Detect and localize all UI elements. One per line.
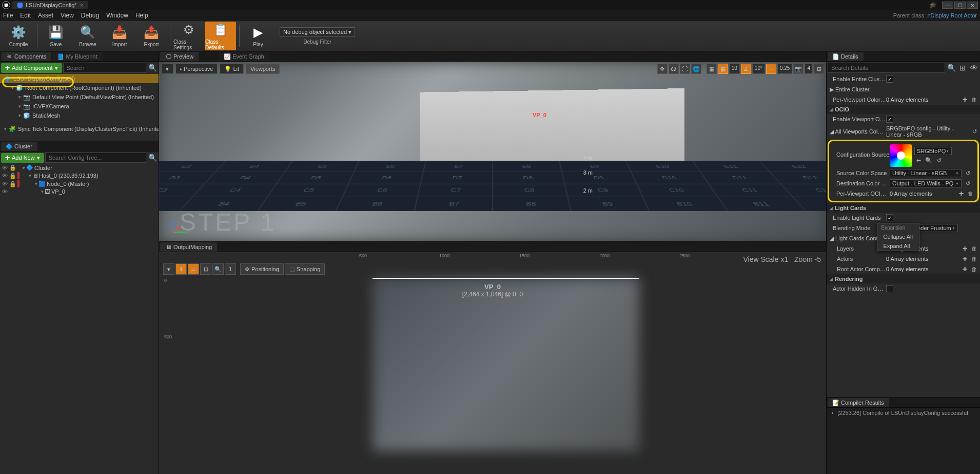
checkbox-enable-lc[interactable] bbox=[886, 214, 893, 221]
tab-close-icon[interactable]: × bbox=[80, 2, 83, 8]
surface-snap-icon[interactable]: ▦ bbox=[707, 64, 717, 74]
visibility-icon[interactable]: 👁 bbox=[1, 181, 8, 187]
import-button[interactable]: 📥 Import bbox=[104, 22, 135, 50]
browse-asset-icon[interactable]: 🔍 bbox=[925, 156, 933, 164]
visibility-icon[interactable]: 👁 bbox=[1, 173, 8, 179]
ocio-thumbnail[interactable] bbox=[890, 144, 912, 167]
tab-my-blueprint[interactable]: 📘 My Blueprint bbox=[52, 52, 102, 61]
tab-components[interactable]: ⚞ Components bbox=[1, 52, 51, 61]
transform-scale-icon[interactable]: ⛶ bbox=[680, 64, 690, 74]
graduation-icon[interactable]: 🎓 bbox=[929, 2, 937, 9]
lock-icon[interactable]: 🔒 bbox=[9, 173, 16, 179]
checkbox-enable-entire-cluster[interactable] bbox=[886, 75, 893, 83]
component-tree-item[interactable]: 🔷LSUnDisplayConfig(self) bbox=[0, 74, 159, 83]
visibility-icon[interactable]: 👁 bbox=[1, 188, 8, 195]
preview-viewport[interactable]: ▾ Perspective 💡Lit Viewports ✥ 🗘 ⛶ 🌐 ▦ ▦… bbox=[159, 62, 826, 241]
grid-snap-icon[interactable]: ▦ bbox=[718, 64, 728, 74]
details-matrix-icon[interactable]: ⊞ bbox=[957, 63, 968, 73]
lock-icon[interactable]: 🔒 bbox=[9, 164, 16, 171]
angle-snap-icon[interactable]: ∠ bbox=[741, 64, 751, 74]
cluster-tree-item[interactable]: 👁🔒▾🖥Host_0 (230.39.92.193) bbox=[0, 172, 159, 180]
cluster-search-input[interactable] bbox=[45, 153, 146, 163]
cluster-search-button[interactable]: 🔍 bbox=[147, 153, 158, 163]
output-mapping-canvas[interactable]: 500 1000 1500 2000 2500 ▾ ℹ ▱ ⊡ 🔍 1 ✥ Po… bbox=[159, 252, 826, 474]
reset-icon[interactable]: ↺ bbox=[971, 127, 978, 136]
parent-class-link[interactable]: nDisplay Root Actor bbox=[927, 12, 977, 18]
details-eye-icon[interactable]: 👁 bbox=[969, 63, 979, 73]
window-close[interactable]: ✕ bbox=[967, 2, 978, 9]
lit-button[interactable]: 💡Lit bbox=[220, 64, 244, 74]
menu-asset[interactable]: Asset bbox=[38, 12, 53, 19]
save-button[interactable]: 💾 Save bbox=[41, 22, 71, 50]
clear-array-icon[interactable]: 🗑 bbox=[970, 244, 978, 253]
viewports-button[interactable]: Viewports bbox=[246, 64, 280, 74]
component-tree-item[interactable]: ▾📷Default View Point (DefaultViewPoint) … bbox=[0, 92, 159, 102]
transform-select-icon[interactable]: ✥ bbox=[657, 64, 668, 74]
clear-array-icon[interactable]: 🗑 bbox=[966, 189, 974, 198]
window-minimize[interactable]: — bbox=[942, 2, 953, 9]
checkbox-actor-hidden[interactable] bbox=[886, 285, 893, 292]
om-options-button[interactable]: ▾ bbox=[163, 263, 174, 275]
class-settings-button[interactable]: ⚙ Class Settings bbox=[173, 22, 204, 50]
component-tree-item[interactable]: ▾📷ICVFXCamera bbox=[0, 102, 159, 111]
add-element-icon[interactable]: ✚ bbox=[957, 189, 965, 198]
grid-snap-value[interactable]: 10 bbox=[729, 64, 740, 74]
details-search-input[interactable] bbox=[828, 63, 945, 73]
add-element-icon[interactable]: ✚ bbox=[961, 255, 969, 263]
prop-all-vp-color[interactable]: ◢ All Viewports Color Configuration bbox=[829, 128, 886, 135]
clear-array-icon[interactable]: 🗑 bbox=[970, 265, 978, 273]
use-selected-icon[interactable]: ⬅ bbox=[914, 156, 923, 164]
perspective-button[interactable]: Perspective bbox=[175, 64, 218, 74]
debug-object-select[interactable]: No debug object selected ▾ bbox=[280, 27, 355, 37]
checkbox-enable-vp-ocio[interactable] bbox=[886, 116, 893, 123]
om-window-info-icon[interactable]: ℹ bbox=[175, 263, 187, 275]
tab-output-mapping[interactable]: 🖥 OutputMapping bbox=[160, 242, 217, 252]
add-element-icon[interactable]: ✚ bbox=[961, 244, 969, 253]
details-search-button[interactable]: 🔍 bbox=[946, 63, 956, 73]
prop-entire-cluster[interactable]: ▶ Entire Cluster bbox=[829, 86, 886, 93]
category-ocio[interactable]: OCIO bbox=[827, 105, 980, 114]
viewport-canvas[interactable]: E3E4E5E6E7E8E9E10E11E12D3D4D5D6D7D8D9D10… bbox=[159, 62, 826, 241]
camera-speed-value[interactable]: 4 bbox=[805, 64, 813, 74]
reset-icon[interactable]: ↺ bbox=[964, 169, 972, 177]
src-color-dropdown[interactable]: Utility - Linear - sRGB bbox=[890, 169, 962, 177]
menu-edit[interactable]: Edit bbox=[20, 12, 31, 19]
tab-event-graph[interactable]: 📈 Event Graph bbox=[219, 52, 269, 61]
config-source-dropdown[interactable]: SRGBtoPQ bbox=[914, 147, 952, 155]
viewport-maximize-icon[interactable]: ⊞ bbox=[814, 64, 824, 74]
transform-rotate-icon[interactable]: 🗘 bbox=[669, 64, 679, 74]
components-search-input[interactable] bbox=[63, 63, 147, 73]
positioning-button[interactable]: ✥ Positioning bbox=[240, 263, 284, 275]
cluster-tree-item[interactable]: 👁🔒▾🔷Cluster bbox=[0, 164, 159, 172]
export-button[interactable]: 📤 Export bbox=[136, 22, 167, 50]
clear-array-icon[interactable]: 🗑 bbox=[970, 96, 978, 104]
dst-color-dropdown[interactable]: Output - LED Walls - PQ bbox=[890, 179, 962, 187]
cluster-tree-item[interactable]: 👁🔒▾🟦Node_0 (Master) bbox=[0, 180, 159, 188]
menu-window[interactable]: Window bbox=[106, 12, 128, 19]
component-tree-item[interactable]: ▾🧊StaticMesh bbox=[0, 111, 159, 120]
visibility-icon[interactable]: 👁 bbox=[1, 165, 8, 171]
menu-help[interactable]: Help bbox=[135, 12, 148, 19]
context-expand-all[interactable]: Expand All bbox=[877, 241, 919, 251]
menu-view[interactable]: View bbox=[61, 12, 74, 19]
context-collapse-all[interactable]: Collapse All bbox=[877, 232, 919, 241]
compile-button[interactable]: ⚙️ Compile bbox=[3, 22, 34, 50]
window-maximize[interactable]: ☐ bbox=[954, 2, 966, 9]
category-rendering[interactable]: Rendering bbox=[827, 274, 980, 283]
scale-snap-value[interactable]: 0.25 bbox=[777, 64, 792, 74]
tab-compiler-results[interactable]: 📝 Compiler Results bbox=[828, 398, 889, 407]
add-element-icon[interactable]: ✚ bbox=[961, 265, 969, 273]
tab-preview[interactable]: 🖵 Preview bbox=[160, 52, 199, 61]
menu-file[interactable]: File bbox=[3, 12, 13, 19]
add-new-button[interactable]: ✚ Add New ▾ bbox=[1, 153, 44, 163]
browse-button[interactable]: 🔍 Browse bbox=[72, 22, 103, 50]
menu-debug[interactable]: Debug bbox=[81, 12, 99, 19]
tab-cluster[interactable]: 🔷 Cluster bbox=[1, 142, 37, 151]
class-defaults-button[interactable]: 📋 Class Defaults bbox=[205, 22, 236, 50]
om-outside-icon[interactable]: ▱ bbox=[188, 263, 199, 275]
reset-icon[interactable]: ↺ bbox=[935, 156, 943, 164]
tab-details[interactable]: 📄 Details bbox=[828, 52, 864, 61]
clear-array-icon[interactable]: 🗑 bbox=[970, 255, 978, 263]
cluster-tree-item[interactable]: 👁▾🖼VP_0 bbox=[0, 188, 159, 195]
document-tab[interactable]: LSUnDisplayConfig* × bbox=[12, 1, 88, 9]
